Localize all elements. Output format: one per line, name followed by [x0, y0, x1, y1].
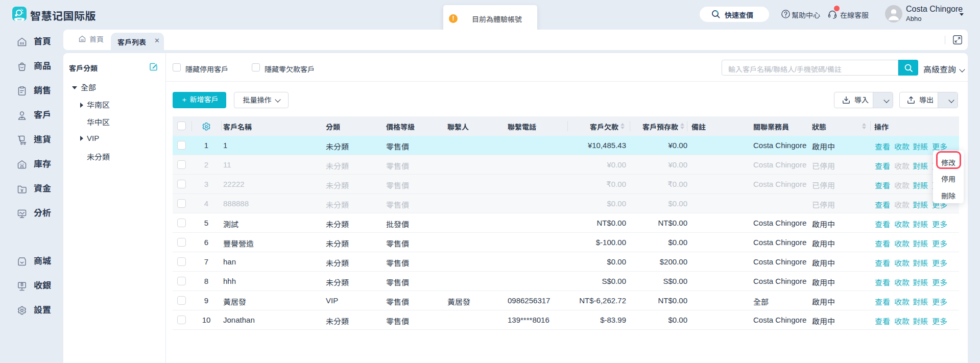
- svg-text:intl: intl: [17, 18, 22, 21]
